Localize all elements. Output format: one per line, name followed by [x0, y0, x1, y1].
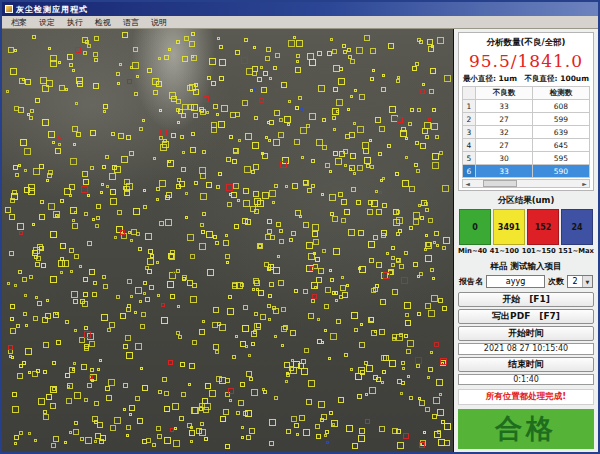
detection-box	[284, 116, 291, 123]
detection-box	[136, 232, 140, 236]
detection-box	[396, 429, 401, 434]
detection-box	[33, 168, 40, 175]
count-dropdown[interactable]: 2 ▼	[567, 275, 593, 288]
detection-box	[159, 136, 163, 140]
detection-box	[287, 123, 290, 126]
detection-box	[202, 212, 206, 216]
detection-box	[126, 425, 131, 430]
scroll-right-icon[interactable]: ►	[580, 180, 589, 187]
detection-box	[117, 82, 120, 85]
detection-box	[431, 123, 438, 130]
table-row[interactable]: 5 30 595	[463, 152, 590, 165]
table-row[interactable]: 4 27 645	[463, 139, 590, 152]
detection-box	[328, 357, 331, 360]
end-time-button[interactable]: 结束时间	[458, 357, 594, 372]
detection-box	[291, 416, 297, 422]
detection-box	[368, 241, 375, 248]
detection-box	[220, 416, 226, 422]
detection-box	[108, 379, 115, 386]
report-name-input[interactable]	[486, 275, 545, 288]
bin-red[interactable]: 152	[527, 209, 559, 245]
detection-box	[76, 132, 81, 137]
menu-settings[interactable]: 设定	[34, 16, 60, 29]
detection-box	[95, 433, 101, 439]
col-defects: 不良数	[476, 87, 533, 100]
detection-box	[295, 67, 301, 73]
menu-run[interactable]: 执行	[62, 16, 88, 29]
detection-box	[160, 129, 167, 136]
detection-box	[251, 342, 255, 346]
detection-box	[393, 209, 399, 215]
detection-box	[159, 109, 162, 112]
detection-box	[6, 90, 9, 93]
detection-box	[414, 163, 418, 167]
detection-box	[360, 370, 365, 375]
detection-box	[126, 434, 129, 437]
detection-box	[100, 191, 103, 194]
detection-box	[181, 392, 186, 397]
detection-box	[187, 234, 194, 241]
detection-box	[55, 214, 59, 218]
start-time-button[interactable]: 开始时间	[458, 326, 594, 341]
menu-language[interactable]: 语言	[118, 16, 144, 29]
scroll-left-icon[interactable]: ◄	[463, 180, 472, 187]
detection-box	[324, 304, 329, 309]
detection-box	[290, 330, 296, 336]
detection-box	[235, 112, 240, 117]
detection-box	[380, 299, 386, 305]
detection-box	[313, 264, 318, 269]
detection-box	[415, 62, 419, 66]
detection-box	[427, 376, 430, 379]
detection-box	[14, 284, 17, 287]
detection-box	[359, 342, 365, 348]
detection-box	[162, 141, 169, 148]
export-pdf-button[interactable]: 写出PDF [F7]	[458, 309, 594, 324]
detection-box	[415, 141, 419, 145]
detection-box	[93, 52, 98, 57]
table-row[interactable]: 2 27 599	[463, 113, 590, 126]
detection-box	[7, 282, 10, 285]
detection-box	[348, 229, 355, 236]
detection-box	[417, 108, 421, 112]
detection-box	[35, 98, 40, 103]
detection-box	[48, 203, 55, 210]
detection-box	[162, 377, 167, 382]
detection-box	[135, 343, 142, 350]
detection-box	[425, 303, 431, 309]
detection-box	[227, 202, 232, 207]
start-button[interactable]: 开始 [F1]	[458, 292, 594, 307]
scrollbar-track[interactable]	[472, 180, 580, 187]
detection-box	[267, 229, 272, 234]
menu-file[interactable]: 档案	[6, 16, 32, 29]
detection-box	[419, 40, 423, 44]
detection-box	[5, 207, 11, 213]
scrollbar-thumb[interactable]	[483, 180, 517, 187]
detection-box	[232, 159, 237, 164]
table-row[interactable]: 3 32 639	[463, 126, 590, 139]
detection-box	[153, 90, 158, 95]
detection-box	[60, 271, 63, 274]
table-row-selected[interactable]: 6 33 590	[463, 165, 590, 178]
detection-box	[152, 443, 156, 447]
menu-help[interactable]: 说明	[146, 16, 172, 29]
menu-view[interactable]: 检视	[90, 16, 116, 29]
detection-box	[389, 106, 396, 113]
detection-box	[321, 193, 324, 196]
table-row[interactable]: 1 33 608	[463, 100, 590, 113]
detection-box	[436, 379, 443, 386]
detection-box	[178, 335, 182, 339]
table-hscrollbar[interactable]: ◄ ►	[462, 179, 590, 188]
detection-box	[292, 183, 298, 189]
detection-box	[296, 433, 299, 436]
bin-blue[interactable]: 24	[561, 209, 593, 245]
detection-box	[65, 320, 69, 324]
detection-box	[134, 92, 138, 96]
bin-yellow[interactable]: 3491	[493, 209, 525, 245]
detection-box	[261, 152, 264, 155]
detection-box	[253, 46, 256, 49]
detection-box	[358, 230, 364, 236]
bin-green[interactable]: 0	[459, 209, 491, 245]
detection-box	[218, 172, 222, 176]
detection-box	[354, 89, 357, 92]
detection-box	[126, 135, 131, 140]
